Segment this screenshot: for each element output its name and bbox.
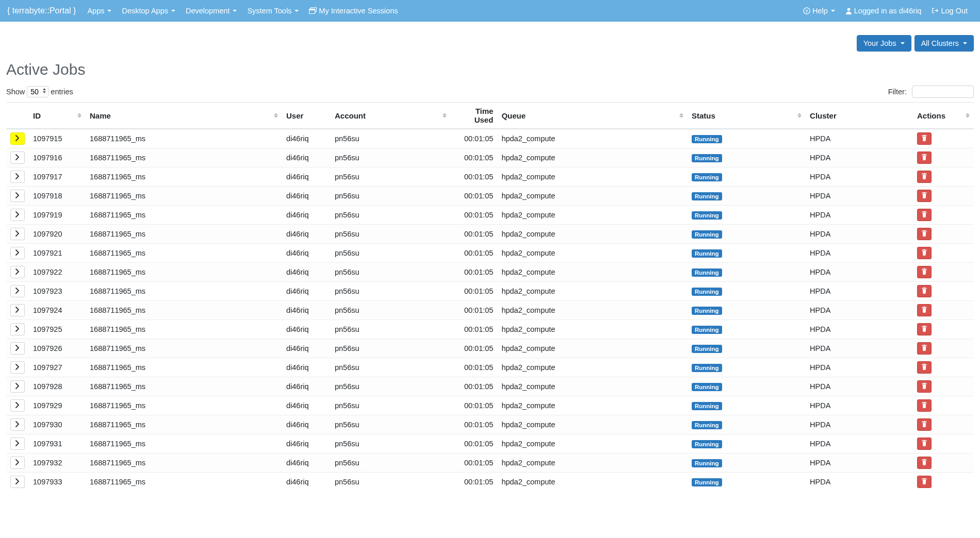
cell-time-used: 00:01:05 bbox=[451, 320, 497, 339]
delete-button[interactable] bbox=[917, 361, 932, 374]
cell-user: di46riq bbox=[282, 282, 331, 301]
expand-button[interactable] bbox=[10, 438, 25, 450]
nav-logged-in[interactable]: Logged in as di46riq bbox=[840, 3, 927, 19]
expand-button[interactable] bbox=[10, 457, 25, 469]
cell-id: 1097915 bbox=[29, 129, 86, 148]
col-actions[interactable]: Actions bbox=[913, 103, 974, 129]
cell-name: 1688711965_ms bbox=[86, 415, 282, 434]
expand-button[interactable] bbox=[10, 361, 25, 374]
delete-button[interactable] bbox=[917, 323, 932, 335]
delete-button[interactable] bbox=[917, 304, 932, 316]
col-user[interactable]: User bbox=[282, 103, 331, 129]
col-status[interactable]: Status bbox=[688, 103, 806, 129]
nav-help[interactable]: ? Help bbox=[798, 3, 840, 19]
col-account[interactable]: Account bbox=[331, 103, 451, 129]
user-icon bbox=[845, 7, 852, 14]
delete-button[interactable] bbox=[917, 266, 932, 278]
expand-button[interactable] bbox=[10, 418, 25, 431]
delete-button[interactable] bbox=[917, 228, 932, 240]
chevron-down-icon bbox=[901, 42, 905, 44]
trash-icon bbox=[921, 478, 927, 486]
nav-logout-label: Log Out bbox=[941, 7, 968, 15]
cell-actions bbox=[913, 358, 974, 377]
cell-queue: hpda2_compute bbox=[497, 453, 688, 473]
trash-icon bbox=[921, 134, 927, 143]
chevron-down-icon bbox=[107, 10, 111, 12]
status-badge: Running bbox=[692, 154, 722, 162]
cell-time-used: 00:01:05 bbox=[451, 206, 497, 225]
cell-user: di46riq bbox=[282, 244, 331, 263]
table-row: 10979151688711965_msdi46riqpn56su00:01:0… bbox=[6, 129, 974, 148]
expand-button[interactable] bbox=[10, 323, 25, 335]
nav-apps[interactable]: Apps bbox=[82, 3, 117, 19]
filter-input[interactable] bbox=[912, 86, 974, 98]
nav-development[interactable]: Development bbox=[181, 3, 242, 19]
expand-button[interactable] bbox=[10, 171, 25, 183]
cell-actions bbox=[913, 244, 974, 263]
cell-status: Running bbox=[688, 148, 806, 167]
all-clusters-button[interactable]: All Clusters bbox=[914, 35, 974, 52]
nav-logout[interactable]: Log Out bbox=[926, 3, 973, 19]
cell-cluster: HPDA bbox=[806, 358, 913, 377]
chevron-right-icon bbox=[15, 478, 20, 486]
delete-button[interactable] bbox=[917, 342, 932, 355]
delete-button[interactable] bbox=[917, 457, 932, 469]
expand-button[interactable] bbox=[10, 209, 25, 221]
expand-button[interactable] bbox=[10, 342, 25, 355]
expand-button[interactable] bbox=[10, 399, 25, 412]
nav-system-tools-label: System Tools bbox=[247, 7, 291, 15]
col-name[interactable]: Name bbox=[86, 103, 282, 129]
expand-button[interactable] bbox=[10, 285, 25, 297]
delete-button[interactable] bbox=[917, 190, 932, 202]
delete-button[interactable] bbox=[917, 152, 932, 164]
cell-status: Running bbox=[688, 415, 806, 434]
page-size-select[interactable]: 50 bbox=[27, 86, 48, 97]
cell-status: Running bbox=[688, 377, 806, 396]
cell-id: 1097930 bbox=[29, 415, 86, 434]
delete-button[interactable] bbox=[917, 247, 932, 259]
nav-system-tools[interactable]: System Tools bbox=[242, 3, 304, 19]
expand-button[interactable] bbox=[10, 228, 25, 240]
cell-name: 1688711965_ms bbox=[86, 225, 282, 244]
cell-queue: hpda2_compute bbox=[497, 225, 688, 244]
table-row: 10979251688711965_msdi46riqpn56su00:01:0… bbox=[6, 320, 974, 339]
cell-queue: hpda2_compute bbox=[497, 244, 688, 263]
delete-button[interactable] bbox=[917, 380, 932, 393]
cell-queue: hpda2_compute bbox=[497, 396, 688, 415]
expand-button[interactable] bbox=[10, 152, 25, 164]
expand-button[interactable] bbox=[10, 380, 25, 393]
delete-button[interactable] bbox=[917, 285, 932, 297]
delete-button[interactable] bbox=[917, 418, 932, 431]
expand-button[interactable] bbox=[10, 132, 25, 145]
expand-button[interactable] bbox=[10, 266, 25, 278]
expand-button[interactable] bbox=[10, 247, 25, 259]
status-badge: Running bbox=[692, 307, 722, 315]
expand-button[interactable] bbox=[10, 476, 25, 488]
cell-name: 1688711965_ms bbox=[86, 148, 282, 167]
delete-button[interactable] bbox=[917, 209, 932, 221]
col-id[interactable]: ID bbox=[29, 103, 86, 129]
expand-button[interactable] bbox=[10, 304, 25, 316]
nav-my-interactive-sessions[interactable]: My Interactive Sessions bbox=[304, 3, 403, 19]
col-queue[interactable]: Queue bbox=[497, 103, 688, 129]
cell-id: 1097917 bbox=[29, 167, 86, 187]
cell-queue: hpda2_compute bbox=[497, 377, 688, 396]
delete-button[interactable] bbox=[917, 438, 932, 450]
your-jobs-button[interactable]: Your Jobs bbox=[857, 35, 911, 52]
delete-button[interactable] bbox=[917, 399, 932, 412]
col-cluster[interactable]: Cluster bbox=[806, 103, 913, 129]
expand-button[interactable] bbox=[10, 190, 25, 202]
col-time-used[interactable]: Time Used bbox=[451, 103, 497, 129]
cell-status: Running bbox=[688, 225, 806, 244]
delete-button[interactable] bbox=[917, 171, 932, 183]
cell-account: pn56su bbox=[331, 396, 451, 415]
nav-desktop-apps[interactable]: Desktop Apps bbox=[117, 3, 180, 19]
delete-button[interactable] bbox=[917, 132, 932, 145]
brand[interactable]: { terrabyte::Portal } bbox=[7, 6, 76, 15]
cell-time-used: 00:01:05 bbox=[451, 434, 497, 453]
cell-account: pn56su bbox=[331, 301, 451, 320]
delete-button[interactable] bbox=[917, 476, 932, 488]
cell-id: 1097933 bbox=[29, 473, 86, 492]
cell-time-used: 00:01:05 bbox=[451, 263, 497, 282]
cell-actions bbox=[913, 301, 974, 320]
